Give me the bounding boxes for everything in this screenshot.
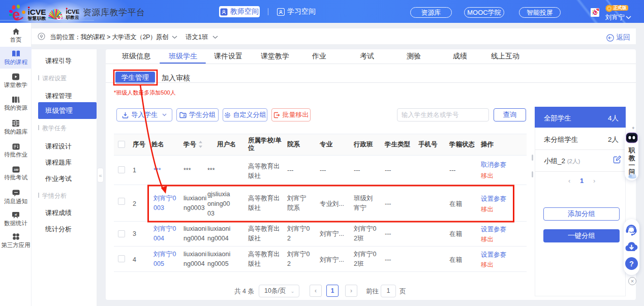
svg-text:iCVE: iCVE bbox=[66, 9, 80, 15]
svg-text:iCVE: iCVE bbox=[28, 8, 46, 16]
svg-text:?: ? bbox=[629, 260, 634, 268]
svg-text:100: 100 bbox=[13, 168, 18, 171]
svg-text:al: al bbox=[15, 213, 17, 216]
svg-text:智慧职教: 智慧职教 bbox=[27, 16, 47, 21]
svg-text:职教云: 职教云 bbox=[66, 15, 80, 20]
